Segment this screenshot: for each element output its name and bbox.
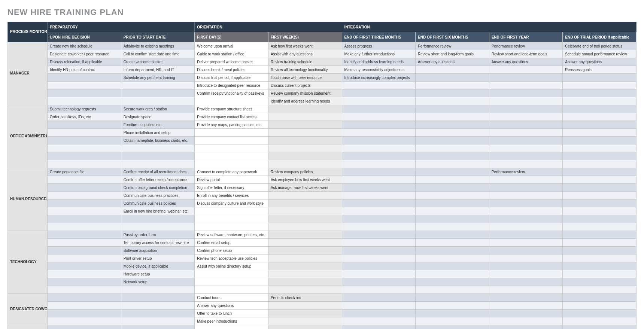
cell	[416, 317, 489, 325]
group-preparatory: PREPARATORY	[48, 22, 195, 32]
cell	[48, 247, 121, 255]
table-row: Identify HR point of contactInform depar…	[8, 66, 637, 74]
cell: Provide any maps, parking passes, etc.	[195, 121, 268, 129]
cell: Review software, hardware, printers, etc…	[195, 231, 268, 239]
cell	[342, 82, 416, 89]
cell	[489, 152, 563, 160]
cell	[268, 223, 342, 231]
cell	[342, 113, 416, 121]
cell	[48, 262, 121, 270]
cell	[563, 286, 637, 294]
cell: Temporary access for contract new hire	[121, 239, 195, 247]
cell: Passkey order form	[121, 231, 195, 239]
cell	[342, 223, 416, 231]
table-row: Network setup	[8, 278, 637, 286]
cell: Discuss relocation, if applicable	[48, 58, 121, 66]
cell	[416, 74, 489, 82]
cell: Welcome upon arrival	[195, 42, 268, 50]
cell	[563, 184, 637, 192]
cell	[48, 89, 121, 97]
cell	[48, 310, 121, 317]
cell	[489, 176, 563, 184]
role-label: MANAGER	[8, 42, 48, 105]
cell: Make peer introductions	[195, 317, 268, 325]
cell	[563, 113, 637, 121]
cell	[563, 278, 637, 286]
cell	[121, 215, 195, 223]
cell	[489, 113, 563, 121]
cell	[489, 294, 563, 302]
cell: Conduct tours	[195, 294, 268, 302]
col-first-weeks: FIRST WEEK(S)	[268, 32, 342, 42]
cell: Review tech acceptable use policies	[195, 255, 268, 262]
cell: Offer to take to lunch	[195, 310, 268, 317]
cell	[563, 105, 637, 113]
cell	[48, 255, 121, 262]
cell: Software acquisition	[121, 247, 195, 255]
cell	[195, 97, 268, 105]
cell: Review company mission statement	[268, 89, 342, 97]
cell	[489, 325, 563, 329]
cell: Enroll in any benefits / services	[195, 192, 268, 199]
cell	[416, 294, 489, 302]
col-prior-start: PRIOR TO START DATE	[121, 32, 195, 42]
cell	[342, 278, 416, 286]
cell	[48, 199, 121, 207]
cell: Discuss trial period, if applicable	[195, 74, 268, 82]
cell: Guide to work station / office	[195, 50, 268, 58]
cell	[563, 310, 637, 317]
cell	[416, 160, 489, 168]
cell	[121, 325, 195, 329]
cell: Identify and address learning needs	[268, 97, 342, 105]
cell	[268, 317, 342, 325]
cell	[268, 286, 342, 294]
cell	[563, 168, 637, 176]
cell	[563, 97, 637, 105]
cell: Assess progress	[342, 42, 416, 50]
cell	[48, 215, 121, 223]
cell	[121, 302, 195, 310]
table-row: Make peer introductions	[8, 317, 637, 325]
table-row	[8, 286, 637, 294]
cell	[416, 223, 489, 231]
cell	[563, 160, 637, 168]
cell	[195, 144, 268, 152]
table-row: Confirm background check completionSign …	[8, 184, 637, 192]
cell: Secure work area / station	[121, 105, 195, 113]
cell	[48, 137, 121, 144]
cell	[48, 176, 121, 184]
cell	[416, 302, 489, 310]
page-title: NEW HIRE TRAINING PLAN	[7, 7, 637, 17]
role-label: TECHNOLOGY	[8, 231, 48, 294]
cell	[121, 160, 195, 168]
cell	[563, 199, 637, 207]
cell	[489, 310, 563, 317]
cell	[195, 152, 268, 160]
cell	[342, 199, 416, 207]
table-row: Identify and address learning needs	[8, 97, 637, 105]
cell	[268, 137, 342, 144]
cell	[489, 199, 563, 207]
cell	[563, 270, 637, 278]
cell	[563, 215, 637, 223]
cell: Answer any questions	[563, 58, 637, 66]
cell	[416, 255, 489, 262]
cell	[268, 231, 342, 239]
cell	[489, 247, 563, 255]
cell	[563, 192, 637, 199]
cell: Review short and long-term goals	[489, 50, 563, 58]
col-six-months: END OF FIRST SIX MONTHS	[416, 32, 489, 42]
cell	[268, 144, 342, 152]
cell	[121, 310, 195, 317]
cell	[416, 129, 489, 137]
cell	[48, 82, 121, 89]
cell	[416, 152, 489, 160]
cell	[416, 66, 489, 74]
cell	[342, 121, 416, 129]
cell: Provide company structure sheet	[195, 105, 268, 113]
cell	[489, 255, 563, 262]
cell	[342, 168, 416, 176]
role-header: PROCESS MONITOR / MENTOR	[8, 22, 48, 42]
cell: Create welcome packet	[121, 58, 195, 66]
cell	[48, 302, 121, 310]
